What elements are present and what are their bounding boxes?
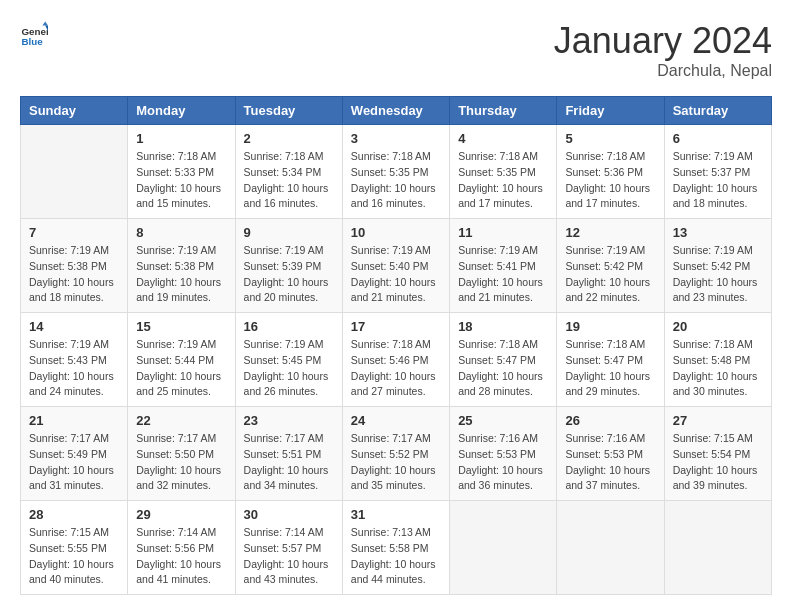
day-info: Sunrise: 7:18 AM Sunset: 5:47 PM Dayligh… <box>565 337 655 400</box>
day-number: 4 <box>458 131 548 146</box>
calendar-header-row: SundayMondayTuesdayWednesdayThursdayFrid… <box>21 97 772 125</box>
calendar-cell: 23Sunrise: 7:17 AM Sunset: 5:51 PM Dayli… <box>235 407 342 501</box>
calendar-cell <box>557 501 664 595</box>
day-number: 5 <box>565 131 655 146</box>
day-number: 3 <box>351 131 441 146</box>
calendar-cell: 4Sunrise: 7:18 AM Sunset: 5:35 PM Daylig… <box>450 125 557 219</box>
day-number: 16 <box>244 319 334 334</box>
day-info: Sunrise: 7:16 AM Sunset: 5:53 PM Dayligh… <box>458 431 548 494</box>
calendar-table: SundayMondayTuesdayWednesdayThursdayFrid… <box>20 96 772 595</box>
day-number: 21 <box>29 413 119 428</box>
calendar-cell: 24Sunrise: 7:17 AM Sunset: 5:52 PM Dayli… <box>342 407 449 501</box>
calendar-cell: 18Sunrise: 7:18 AM Sunset: 5:47 PM Dayli… <box>450 313 557 407</box>
day-info: Sunrise: 7:16 AM Sunset: 5:53 PM Dayligh… <box>565 431 655 494</box>
day-number: 19 <box>565 319 655 334</box>
day-number: 9 <box>244 225 334 240</box>
day-info: Sunrise: 7:17 AM Sunset: 5:51 PM Dayligh… <box>244 431 334 494</box>
day-info: Sunrise: 7:14 AM Sunset: 5:57 PM Dayligh… <box>244 525 334 588</box>
day-info: Sunrise: 7:18 AM Sunset: 5:35 PM Dayligh… <box>351 149 441 212</box>
day-info: Sunrise: 7:17 AM Sunset: 5:52 PM Dayligh… <box>351 431 441 494</box>
column-header-friday: Friday <box>557 97 664 125</box>
day-info: Sunrise: 7:19 AM Sunset: 5:40 PM Dayligh… <box>351 243 441 306</box>
day-info: Sunrise: 7:18 AM Sunset: 5:35 PM Dayligh… <box>458 149 548 212</box>
column-header-wednesday: Wednesday <box>342 97 449 125</box>
day-info: Sunrise: 7:18 AM Sunset: 5:34 PM Dayligh… <box>244 149 334 212</box>
calendar-cell <box>21 125 128 219</box>
day-number: 28 <box>29 507 119 522</box>
calendar-cell: 3Sunrise: 7:18 AM Sunset: 5:35 PM Daylig… <box>342 125 449 219</box>
calendar-cell: 14Sunrise: 7:19 AM Sunset: 5:43 PM Dayli… <box>21 313 128 407</box>
calendar-cell: 29Sunrise: 7:14 AM Sunset: 5:56 PM Dayli… <box>128 501 235 595</box>
calendar-cell: 21Sunrise: 7:17 AM Sunset: 5:49 PM Dayli… <box>21 407 128 501</box>
day-number: 31 <box>351 507 441 522</box>
calendar-cell: 31Sunrise: 7:13 AM Sunset: 5:58 PM Dayli… <box>342 501 449 595</box>
logo: General Blue <box>20 20 48 48</box>
day-number: 23 <box>244 413 334 428</box>
day-info: Sunrise: 7:18 AM Sunset: 5:36 PM Dayligh… <box>565 149 655 212</box>
calendar-cell: 30Sunrise: 7:14 AM Sunset: 5:57 PM Dayli… <box>235 501 342 595</box>
day-info: Sunrise: 7:19 AM Sunset: 5:38 PM Dayligh… <box>29 243 119 306</box>
day-info: Sunrise: 7:19 AM Sunset: 5:38 PM Dayligh… <box>136 243 226 306</box>
calendar-cell: 13Sunrise: 7:19 AM Sunset: 5:42 PM Dayli… <box>664 219 771 313</box>
column-header-thursday: Thursday <box>450 97 557 125</box>
calendar-cell: 20Sunrise: 7:18 AM Sunset: 5:48 PM Dayli… <box>664 313 771 407</box>
column-header-tuesday: Tuesday <box>235 97 342 125</box>
calendar-week-5: 28Sunrise: 7:15 AM Sunset: 5:55 PM Dayli… <box>21 501 772 595</box>
calendar-week-2: 7Sunrise: 7:19 AM Sunset: 5:38 PM Daylig… <box>21 219 772 313</box>
day-number: 30 <box>244 507 334 522</box>
day-info: Sunrise: 7:19 AM Sunset: 5:42 PM Dayligh… <box>565 243 655 306</box>
calendar-cell: 2Sunrise: 7:18 AM Sunset: 5:34 PM Daylig… <box>235 125 342 219</box>
location: Darchula, Nepal <box>554 62 772 80</box>
day-info: Sunrise: 7:18 AM Sunset: 5:33 PM Dayligh… <box>136 149 226 212</box>
calendar-cell: 8Sunrise: 7:19 AM Sunset: 5:38 PM Daylig… <box>128 219 235 313</box>
day-info: Sunrise: 7:17 AM Sunset: 5:49 PM Dayligh… <box>29 431 119 494</box>
day-info: Sunrise: 7:19 AM Sunset: 5:45 PM Dayligh… <box>244 337 334 400</box>
title-area: January 2024 Darchula, Nepal <box>554 20 772 80</box>
day-info: Sunrise: 7:13 AM Sunset: 5:58 PM Dayligh… <box>351 525 441 588</box>
day-info: Sunrise: 7:19 AM Sunset: 5:37 PM Dayligh… <box>673 149 763 212</box>
calendar-cell: 12Sunrise: 7:19 AM Sunset: 5:42 PM Dayli… <box>557 219 664 313</box>
calendar-cell: 25Sunrise: 7:16 AM Sunset: 5:53 PM Dayli… <box>450 407 557 501</box>
calendar-cell: 16Sunrise: 7:19 AM Sunset: 5:45 PM Dayli… <box>235 313 342 407</box>
calendar-cell: 27Sunrise: 7:15 AM Sunset: 5:54 PM Dayli… <box>664 407 771 501</box>
svg-text:Blue: Blue <box>21 36 43 47</box>
page-header: General Blue January 2024 Darchula, Nepa… <box>20 20 772 80</box>
day-info: Sunrise: 7:15 AM Sunset: 5:55 PM Dayligh… <box>29 525 119 588</box>
day-info: Sunrise: 7:17 AM Sunset: 5:50 PM Dayligh… <box>136 431 226 494</box>
calendar-cell: 6Sunrise: 7:19 AM Sunset: 5:37 PM Daylig… <box>664 125 771 219</box>
calendar-cell: 22Sunrise: 7:17 AM Sunset: 5:50 PM Dayli… <box>128 407 235 501</box>
day-number: 12 <box>565 225 655 240</box>
calendar-cell: 17Sunrise: 7:18 AM Sunset: 5:46 PM Dayli… <box>342 313 449 407</box>
day-number: 10 <box>351 225 441 240</box>
column-header-saturday: Saturday <box>664 97 771 125</box>
day-number: 26 <box>565 413 655 428</box>
calendar-cell: 15Sunrise: 7:19 AM Sunset: 5:44 PM Dayli… <box>128 313 235 407</box>
month-title: January 2024 <box>554 20 772 62</box>
day-number: 14 <box>29 319 119 334</box>
day-number: 11 <box>458 225 548 240</box>
day-number: 25 <box>458 413 548 428</box>
day-number: 7 <box>29 225 119 240</box>
calendar-cell: 26Sunrise: 7:16 AM Sunset: 5:53 PM Dayli… <box>557 407 664 501</box>
day-number: 13 <box>673 225 763 240</box>
day-info: Sunrise: 7:18 AM Sunset: 5:48 PM Dayligh… <box>673 337 763 400</box>
day-info: Sunrise: 7:18 AM Sunset: 5:46 PM Dayligh… <box>351 337 441 400</box>
day-number: 18 <box>458 319 548 334</box>
calendar-cell: 9Sunrise: 7:19 AM Sunset: 5:39 PM Daylig… <box>235 219 342 313</box>
day-number: 22 <box>136 413 226 428</box>
day-number: 29 <box>136 507 226 522</box>
day-number: 6 <box>673 131 763 146</box>
day-info: Sunrise: 7:19 AM Sunset: 5:43 PM Dayligh… <box>29 337 119 400</box>
calendar-cell: 11Sunrise: 7:19 AM Sunset: 5:41 PM Dayli… <box>450 219 557 313</box>
calendar-week-4: 21Sunrise: 7:17 AM Sunset: 5:49 PM Dayli… <box>21 407 772 501</box>
day-number: 15 <box>136 319 226 334</box>
day-number: 27 <box>673 413 763 428</box>
day-info: Sunrise: 7:19 AM Sunset: 5:42 PM Dayligh… <box>673 243 763 306</box>
day-info: Sunrise: 7:14 AM Sunset: 5:56 PM Dayligh… <box>136 525 226 588</box>
calendar-cell: 5Sunrise: 7:18 AM Sunset: 5:36 PM Daylig… <box>557 125 664 219</box>
column-header-sunday: Sunday <box>21 97 128 125</box>
day-number: 17 <box>351 319 441 334</box>
calendar-cell <box>664 501 771 595</box>
calendar-cell: 7Sunrise: 7:19 AM Sunset: 5:38 PM Daylig… <box>21 219 128 313</box>
calendar-cell: 19Sunrise: 7:18 AM Sunset: 5:47 PM Dayli… <box>557 313 664 407</box>
